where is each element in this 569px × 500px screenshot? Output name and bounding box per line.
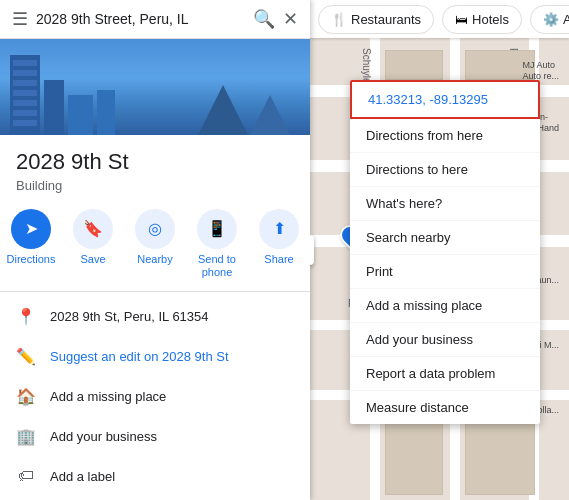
place-info: 2028 9th St Building <box>0 135 310 200</box>
add-business-item[interactable]: 🏢 Add your business <box>0 416 310 456</box>
place-name: 2028 9th St <box>16 149 294 175</box>
search-nearby-item[interactable]: Search nearby <box>350 221 540 255</box>
nearby-label: Nearby <box>137 253 172 265</box>
add-label-item[interactable]: 🏷 Add a label <box>0 456 310 496</box>
whats-here-item[interactable]: What's here? <box>350 187 540 221</box>
suggest-edit-text: Suggest an edit on 2028 9th St <box>50 349 294 364</box>
building-decoration <box>97 90 115 135</box>
address-text: 2028 9th St, Peru, IL 61354 <box>50 309 294 324</box>
nearby-button[interactable]: ◎ Nearby <box>130 209 180 279</box>
place-type: Building <box>16 178 294 193</box>
add-missing-place-text: Add a missing place <box>50 389 294 404</box>
label-icon: 🏷 <box>16 466 36 486</box>
suggest-edit-item[interactable]: ✏️ Suggest an edit on 2028 9th St <box>0 336 310 376</box>
measure-distance-item[interactable]: Measure distance <box>350 391 540 424</box>
add-business-text: Add your business <box>50 429 294 444</box>
restaurants-filter[interactable]: 🍴 Restaurants <box>318 5 434 34</box>
mountain-decoration <box>198 85 248 135</box>
share-button[interactable]: ⬆ Share <box>254 209 304 279</box>
send-to-phone-icon-circle: 📱 <box>197 209 237 249</box>
hotels-filter[interactable]: 🛏 Hotels <box>442 5 522 34</box>
nearby-icon-circle: ◎ <box>135 209 175 249</box>
send-to-phone-icon: 📱 <box>207 219 227 238</box>
share-icon-circle: ⬆ <box>259 209 299 249</box>
directions-icon-circle: ➤ <box>11 209 51 249</box>
panel-resize-handle[interactable] <box>310 235 314 265</box>
hotels-icon: 🛏 <box>455 12 468 27</box>
directions-icon: ➤ <box>25 219 38 238</box>
context-add-missing-place-item[interactable]: Add a missing place <box>350 289 540 323</box>
address-item[interactable]: 📍 2028 9th St, Peru, IL 61354 <box>0 296 310 336</box>
directions-button[interactable]: ➤ Directions <box>6 209 56 279</box>
context-add-business-item[interactable]: Add your business <box>350 323 540 357</box>
hotels-label: Hotels <box>472 12 509 27</box>
nearby-icon: ◎ <box>148 219 162 238</box>
restaurants-icon: 🍴 <box>331 12 347 27</box>
directions-to-here-item[interactable]: Directions to here <box>350 153 540 187</box>
mj-auto-label: MJ AutoAuto re... <box>522 60 559 82</box>
building-decoration <box>44 80 64 135</box>
save-label: Save <box>80 253 105 265</box>
save-icon: 🔖 <box>83 219 103 238</box>
filter-bar: 🍴 Restaurants 🛏 Hotels ⚙️ Attractions <box>310 0 569 38</box>
add-label-text: Add a label <box>50 469 294 484</box>
save-icon-circle: 🔖 <box>73 209 113 249</box>
close-icon[interactable]: ✕ <box>283 8 298 30</box>
share-label: Share <box>264 253 293 265</box>
address-icon: 📍 <box>16 306 36 326</box>
add-place-icon: 🏠 <box>16 386 36 406</box>
edit-icon: ✏️ <box>16 346 36 366</box>
in-hand-label: In-Hand <box>537 112 559 134</box>
map-area[interactable]: 🍴 Restaurants 🛏 Hotels ⚙️ Attractions 11… <box>310 0 569 500</box>
mountain-decoration <box>250 95 290 135</box>
attractions-label: Attractions <box>563 12 569 27</box>
attractions-filter[interactable]: ⚙️ Attractions <box>530 5 569 34</box>
building-decoration <box>10 55 40 135</box>
add-business-icon: 🏢 <box>16 426 36 446</box>
action-buttons: ➤ Directions 🔖 Save ◎ Nearby 📱 Send toph… <box>0 201 310 292</box>
left-panel: ☰ 2028 9th Street, Peru, IL 🔍 ✕ 2028 9th… <box>0 0 310 500</box>
send-to-phone-label: Send tophone <box>198 253 236 279</box>
building-decoration <box>68 95 93 135</box>
context-menu-coords[interactable]: 41.33213, -89.13295 <box>350 80 540 119</box>
map-block <box>385 50 443 80</box>
send-to-phone-button[interactable]: 📱 Send tophone <box>192 209 242 279</box>
search-query: 2028 9th Street, Peru, IL <box>36 11 245 27</box>
restaurants-label: Restaurants <box>351 12 421 27</box>
attractions-icon: ⚙️ <box>543 12 559 27</box>
place-hero-image <box>0 39 310 135</box>
directions-label: Directions <box>7 253 56 265</box>
search-icon[interactable]: 🔍 <box>253 8 275 30</box>
info-list: 📍 2028 9th St, Peru, IL 61354 ✏️ Suggest… <box>0 292 310 500</box>
save-button[interactable]: 🔖 Save <box>68 209 118 279</box>
context-menu: 41.33213, -89.13295 Directions from here… <box>350 80 540 424</box>
share-icon: ⬆ <box>273 219 286 238</box>
print-item[interactable]: Print <box>350 255 540 289</box>
add-missing-place-item[interactable]: 🏠 Add a missing place <box>0 376 310 416</box>
hamburger-icon[interactable]: ☰ <box>12 8 28 30</box>
directions-from-here-item[interactable]: Directions from here <box>350 119 540 153</box>
search-bar: ☰ 2028 9th Street, Peru, IL 🔍 ✕ <box>0 0 310 39</box>
report-data-problem-item[interactable]: Report a data problem <box>350 357 540 391</box>
